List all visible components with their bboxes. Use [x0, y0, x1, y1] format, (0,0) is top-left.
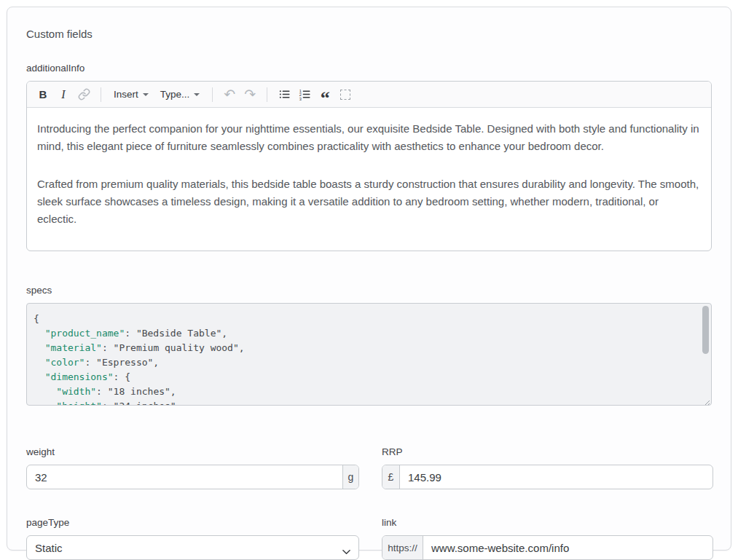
rrp-input-group: £ — [382, 465, 713, 489]
code-line[interactable]: "dimensions": { — [34, 370, 695, 384]
weight-label: weight — [26, 446, 359, 457]
numbered-list-button[interactable]: 1 2 3 — [294, 84, 315, 105]
additional-info-field: additionalInfo B I Insert — [26, 63, 712, 251]
code-line[interactable]: "height": "24 inches", — [34, 399, 695, 406]
additional-info-label: additionalInfo — [26, 63, 712, 74]
code-line[interactable]: "width": "18 inches", — [34, 384, 695, 399]
code-line[interactable]: "material": "Premium quality wood", — [34, 341, 695, 355]
type-dropdown-label: Type... — [160, 89, 190, 100]
specs-label: specs — [26, 285, 712, 296]
resize-grip-icon[interactable] — [702, 396, 710, 404]
link-input-group: https:// — [382, 535, 713, 560]
link-icon — [78, 88, 90, 100]
blockquote-button[interactable]: “ — [315, 84, 335, 105]
rrp-field: RRP £ — [382, 446, 713, 489]
code-line[interactable]: "product_name": "Bedside Table", — [34, 326, 695, 341]
bullet-list-icon — [278, 88, 291, 100]
chevron-down-icon — [194, 93, 200, 96]
page-type-field: pageType Static — [26, 517, 359, 560]
link-button[interactable] — [74, 84, 94, 105]
rte-toolbar: B I Insert Type... — [27, 82, 711, 108]
numbered-list-icon: 1 2 3 — [299, 88, 311, 100]
editor-paragraph[interactable]: Crafted from premium quality materials, … — [37, 176, 701, 228]
undo-icon: ↶ — [224, 87, 235, 101]
link-field: link https:// — [382, 517, 713, 560]
custom-fields-panel: Custom fields additionalInfo B I Ins — [7, 7, 731, 551]
page-title: Custom fields — [26, 28, 712, 40]
specs-code-editor[interactable]: { "product_name": "Bedside Table", "mate… — [26, 303, 712, 406]
weight-field: weight g — [26, 446, 359, 489]
link-label: link — [382, 517, 713, 528]
italic-button[interactable]: I — [53, 84, 74, 105]
code-line[interactable]: "color": "Espresso", — [34, 355, 695, 370]
insert-dropdown[interactable]: Insert — [108, 84, 154, 105]
type-dropdown[interactable]: Type... — [154, 84, 206, 105]
rrp-input[interactable] — [400, 465, 713, 489]
chevron-down-icon — [143, 93, 149, 96]
toolbar-divider — [101, 87, 101, 102]
page-type-select[interactable]: Static — [26, 535, 359, 560]
scrollbar-thumb[interactable] — [702, 306, 709, 354]
code-block-button[interactable] — [335, 84, 356, 105]
toolbar-divider — [212, 87, 213, 102]
svg-text:3: 3 — [299, 97, 302, 100]
insert-dropdown-label: Insert — [114, 89, 138, 100]
redo-button[interactable]: ↷ — [240, 84, 260, 105]
dashed-block-icon — [340, 90, 350, 100]
code-line[interactable]: { — [34, 312, 695, 326]
link-protocol-addon: https:// — [382, 536, 423, 559]
bold-button[interactable]: B — [33, 84, 53, 105]
bullet-list-button[interactable] — [274, 84, 294, 105]
undo-button[interactable]: ↶ — [219, 84, 240, 105]
weight-input-group: g — [26, 465, 359, 489]
editor-paragraph[interactable]: Introducing the perfect companion for yo… — [37, 120, 701, 155]
rrp-currency-addon: £ — [382, 465, 400, 489]
specs-field: specs { "product_name": "Bedside Table",… — [26, 285, 712, 406]
specs-code: { "product_name": "Bedside Table", "mate… — [34, 312, 695, 406]
weight-input[interactable] — [27, 465, 342, 489]
rich-text-editor: B I Insert Type... — [26, 81, 712, 251]
weight-unit-addon: g — [342, 465, 358, 489]
toolbar-divider — [267, 87, 267, 102]
link-input[interactable] — [423, 536, 713, 559]
rte-content[interactable]: Introducing the perfect companion for yo… — [27, 108, 711, 251]
blockquote-icon: “ — [321, 95, 330, 102]
redo-icon: ↷ — [244, 87, 256, 101]
rrp-label: RRP — [382, 446, 713, 457]
page-type-label: pageType — [26, 517, 359, 528]
